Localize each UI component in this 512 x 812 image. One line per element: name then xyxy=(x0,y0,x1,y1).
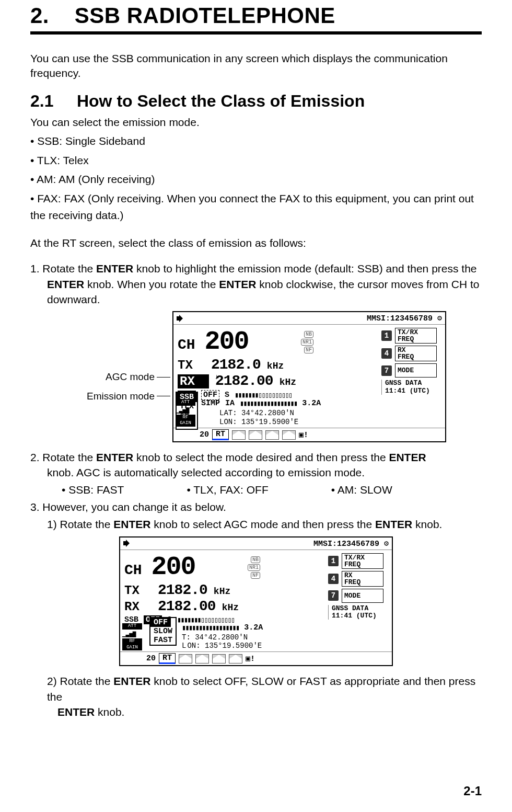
chapter-title: SSB RADIOTELEPHONE xyxy=(75,3,335,28)
figure-emission-mode: AGC mode Emission mode MMSI:123456789 ⚙ … xyxy=(30,311,482,442)
rt-tab: RT xyxy=(212,429,229,440)
section-heading: 2.1 How to Select the Class of Emission xyxy=(30,92,482,111)
envelope-icon xyxy=(212,654,226,664)
agc-dropdown: OFF SLOW FAST xyxy=(149,617,177,646)
rt-tab: RT xyxy=(159,653,176,664)
envelope-icon xyxy=(249,430,262,440)
softkey: 4 RXFREQ xyxy=(381,346,443,361)
mode-item: • TLX: Telex xyxy=(30,152,482,169)
filter-pills: NB NR1 NF xyxy=(248,556,260,580)
intro-paragraph: You can use the SSB communication in any… xyxy=(30,51,482,81)
agc-defaults: SSB: FAST TLX, FAX: OFF AM: SLOW xyxy=(30,484,482,496)
ch-value: 200 xyxy=(205,327,249,357)
alert-icon: ▣! xyxy=(299,430,308,440)
envelope-icon xyxy=(282,430,296,440)
section-title: How to Select the Class of Emission xyxy=(77,92,365,110)
chapter-number: 2. xyxy=(30,3,49,28)
mode-item: • FAX: FAX (Only receiving. When you con… xyxy=(30,190,482,224)
envelope-icon xyxy=(229,654,242,664)
section-number: 2.1 xyxy=(30,92,53,110)
step-3: 3. However, you can change it as below. xyxy=(30,499,482,514)
softkey: 1 TX/RXFREQ xyxy=(381,328,443,344)
envelope-icon xyxy=(232,430,246,440)
alert-icon: ▣! xyxy=(246,654,255,664)
step-2: 2. Rotate the ENTER knob to select the m… xyxy=(30,450,482,481)
speaker-icon xyxy=(177,315,185,322)
envelope-icon xyxy=(195,654,209,664)
procedure-intro: At the RT screen, select the class of em… xyxy=(30,236,482,250)
callout-agc: AGC mode xyxy=(66,368,170,386)
chapter-rule xyxy=(30,31,482,35)
lcd-screenshot: MMSI:123456789 ⚙ NB NR1 NF CH 200 xyxy=(172,311,446,442)
figure-callouts: AGC mode Emission mode xyxy=(66,311,172,405)
step-3-2: 2) Rotate the ENTER knob to select OFF, … xyxy=(30,673,482,719)
page-number: 2-1 xyxy=(463,784,482,798)
softkey: 7 MODE xyxy=(381,363,443,378)
speaker-icon xyxy=(123,540,132,547)
mode-item: • AM: AM (Only receiving) xyxy=(30,171,482,188)
lcd-screenshot: MMSI:123456789 ⚙ NB NR1 NF CH 200 TX 2 xyxy=(119,536,393,667)
step-1: 1. Rotate the ENTER knob to highlight th… xyxy=(30,261,482,307)
envelope-icon xyxy=(265,430,279,440)
chapter-heading: 2. SSB RADIOTELEPHONE xyxy=(30,0,482,28)
filter-pills: NB NR1 NF xyxy=(301,331,313,354)
figure-agc-mode: MMSI:123456789 ⚙ NB NR1 NF CH 200 TX 2 xyxy=(30,536,482,667)
envelope-icon xyxy=(179,654,192,664)
modes-intro: You can select the emission mode. xyxy=(30,114,482,131)
mode-item: • SSB: Single Sideband xyxy=(30,133,482,150)
step-3-1: 1) Rotate the ENTER knob to select AGC m… xyxy=(30,517,482,532)
callout-emission: Emission mode xyxy=(66,387,170,406)
ch-label: CH xyxy=(178,337,195,353)
